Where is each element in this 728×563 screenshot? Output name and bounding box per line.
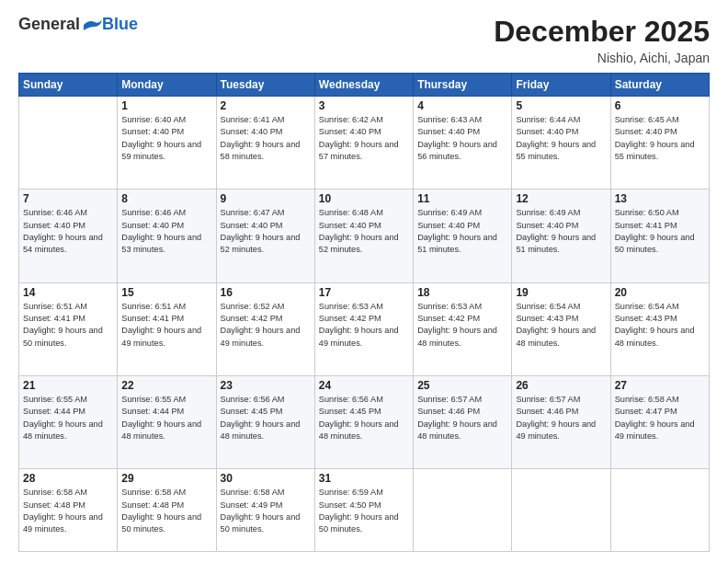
col-header-tuesday: Tuesday — [216, 74, 314, 97]
col-header-monday: Monday — [118, 74, 216, 97]
calendar-cell: 23Sunrise: 6:56 AMSunset: 4:45 PMDayligh… — [216, 375, 314, 468]
col-header-friday: Friday — [512, 74, 610, 97]
day-number: 23 — [221, 379, 311, 392]
calendar-cell: 2Sunrise: 6:41 AMSunset: 4:40 PMDaylight… — [216, 97, 314, 190]
calendar-cell: 28Sunrise: 6:58 AMSunset: 4:48 PMDayligh… — [19, 469, 118, 552]
day-number: 17 — [319, 286, 409, 299]
day-number: 11 — [417, 192, 507, 205]
calendar-cell: 10Sunrise: 6:48 AMSunset: 4:40 PMDayligh… — [314, 190, 413, 282]
cell-details: Sunrise: 6:40 AMSunset: 4:40 PMDaylight:… — [121, 114, 211, 163]
day-number: 29 — [121, 472, 211, 485]
week-row-3: 14Sunrise: 6:51 AMSunset: 4:41 PMDayligh… — [19, 282, 710, 375]
calendar-cell: 14Sunrise: 6:51 AMSunset: 4:41 PMDayligh… — [19, 282, 118, 375]
calendar-cell — [414, 469, 512, 552]
week-row-5: 28Sunrise: 6:58 AMSunset: 4:48 PMDayligh… — [19, 469, 710, 552]
week-row-4: 21Sunrise: 6:55 AMSunset: 4:44 PMDayligh… — [19, 375, 710, 468]
cell-details: Sunrise: 6:47 AMSunset: 4:40 PMDaylight:… — [221, 207, 311, 256]
cell-details: Sunrise: 6:49 AMSunset: 4:40 PMDaylight:… — [417, 207, 507, 256]
cell-details: Sunrise: 6:46 AMSunset: 4:40 PMDaylight:… — [121, 207, 211, 256]
calendar-cell: 21Sunrise: 6:55 AMSunset: 4:44 PMDayligh… — [19, 375, 118, 468]
calendar-cell: 19Sunrise: 6:54 AMSunset: 4:43 PMDayligh… — [512, 282, 610, 375]
week-row-2: 7Sunrise: 6:46 AMSunset: 4:40 PMDaylight… — [19, 190, 710, 282]
month-title: December 2025 — [494, 15, 710, 49]
day-number: 24 — [319, 379, 409, 392]
cell-details: Sunrise: 6:58 AMSunset: 4:48 PMDaylight:… — [121, 487, 211, 535]
day-number: 21 — [23, 379, 113, 392]
day-number: 19 — [516, 286, 606, 299]
cell-details: Sunrise: 6:57 AMSunset: 4:46 PMDaylight:… — [417, 394, 507, 442]
day-number: 12 — [516, 192, 606, 205]
calendar-cell: 30Sunrise: 6:58 AMSunset: 4:49 PMDayligh… — [216, 469, 314, 552]
calendar-header-row: SundayMondayTuesdayWednesdayThursdayFrid… — [19, 74, 710, 97]
cell-details: Sunrise: 6:49 AMSunset: 4:40 PMDaylight:… — [516, 207, 606, 256]
calendar-cell: 22Sunrise: 6:55 AMSunset: 4:44 PMDayligh… — [118, 375, 216, 468]
cell-details: Sunrise: 6:57 AMSunset: 4:46 PMDaylight:… — [516, 394, 606, 442]
cell-details: Sunrise: 6:58 AMSunset: 4:49 PMDaylight:… — [221, 487, 311, 535]
cell-details: Sunrise: 6:55 AMSunset: 4:44 PMDaylight:… — [121, 394, 211, 442]
calendar-cell — [19, 97, 118, 190]
calendar-cell — [610, 469, 709, 552]
day-number: 27 — [615, 379, 705, 392]
calendar-cell: 18Sunrise: 6:53 AMSunset: 4:42 PMDayligh… — [414, 282, 512, 375]
day-number: 5 — [516, 99, 606, 112]
calendar-cell: 26Sunrise: 6:57 AMSunset: 4:46 PMDayligh… — [512, 375, 610, 468]
cell-details: Sunrise: 6:46 AMSunset: 4:40 PMDaylight:… — [23, 207, 113, 256]
cell-details: Sunrise: 6:59 AMSunset: 4:50 PMDaylight:… — [319, 487, 409, 535]
calendar-cell: 9Sunrise: 6:47 AMSunset: 4:40 PMDaylight… — [216, 190, 314, 282]
cell-details: Sunrise: 6:56 AMSunset: 4:45 PMDaylight:… — [319, 394, 409, 442]
calendar-cell: 20Sunrise: 6:54 AMSunset: 4:43 PMDayligh… — [610, 282, 709, 375]
header: General Blue December 2025 Nishio, Aichi… — [18, 15, 710, 65]
day-number: 25 — [417, 379, 507, 392]
day-number: 13 — [615, 192, 705, 205]
day-number: 28 — [23, 472, 113, 485]
calendar-cell: 15Sunrise: 6:51 AMSunset: 4:41 PMDayligh… — [118, 282, 216, 375]
cell-details: Sunrise: 6:55 AMSunset: 4:44 PMDaylight:… — [23, 394, 113, 442]
col-header-sunday: Sunday — [19, 74, 118, 97]
title-block: December 2025 Nishio, Aichi, Japan — [494, 15, 710, 65]
week-row-1: 1Sunrise: 6:40 AMSunset: 4:40 PMDaylight… — [19, 97, 710, 190]
calendar: SundayMondayTuesdayWednesdayThursdayFrid… — [18, 73, 710, 552]
day-number: 20 — [615, 286, 705, 299]
calendar-cell: 27Sunrise: 6:58 AMSunset: 4:47 PMDayligh… — [610, 375, 709, 468]
calendar-cell: 17Sunrise: 6:53 AMSunset: 4:42 PMDayligh… — [314, 282, 413, 375]
logo-blue: Blue — [102, 15, 138, 34]
calendar-cell: 5Sunrise: 6:44 AMSunset: 4:40 PMDaylight… — [512, 97, 610, 190]
cell-details: Sunrise: 6:43 AMSunset: 4:40 PMDaylight:… — [417, 114, 507, 163]
calendar-cell: 31Sunrise: 6:59 AMSunset: 4:50 PMDayligh… — [314, 469, 413, 552]
day-number: 10 — [319, 192, 409, 205]
cell-details: Sunrise: 6:45 AMSunset: 4:40 PMDaylight:… — [615, 114, 705, 163]
day-number: 8 — [121, 192, 211, 205]
day-number: 31 — [319, 472, 409, 485]
day-number: 3 — [319, 99, 409, 112]
cell-details: Sunrise: 6:42 AMSunset: 4:40 PMDaylight:… — [319, 114, 409, 163]
cell-details: Sunrise: 6:54 AMSunset: 4:43 PMDaylight:… — [516, 301, 606, 350]
cell-details: Sunrise: 6:50 AMSunset: 4:41 PMDaylight:… — [615, 207, 705, 256]
col-header-saturday: Saturday — [610, 74, 709, 97]
cell-details: Sunrise: 6:54 AMSunset: 4:43 PMDaylight:… — [615, 301, 705, 350]
cell-details: Sunrise: 6:52 AMSunset: 4:42 PMDaylight:… — [221, 301, 311, 350]
calendar-cell: 3Sunrise: 6:42 AMSunset: 4:40 PMDaylight… — [314, 97, 413, 190]
calendar-cell: 6Sunrise: 6:45 AMSunset: 4:40 PMDaylight… — [610, 97, 709, 190]
day-number: 15 — [121, 286, 211, 299]
cell-details: Sunrise: 6:48 AMSunset: 4:40 PMDaylight:… — [319, 207, 409, 256]
logo-bird-icon — [82, 17, 102, 32]
page: General Blue December 2025 Nishio, Aichi… — [0, 0, 728, 563]
calendar-cell: 25Sunrise: 6:57 AMSunset: 4:46 PMDayligh… — [414, 375, 512, 468]
day-number: 18 — [417, 286, 507, 299]
calendar-cell: 7Sunrise: 6:46 AMSunset: 4:40 PMDaylight… — [19, 190, 118, 282]
day-number: 9 — [221, 192, 311, 205]
cell-details: Sunrise: 6:56 AMSunset: 4:45 PMDaylight:… — [221, 394, 311, 442]
calendar-cell: 29Sunrise: 6:58 AMSunset: 4:48 PMDayligh… — [118, 469, 216, 552]
day-number: 7 — [23, 192, 113, 205]
cell-details: Sunrise: 6:51 AMSunset: 4:41 PMDaylight:… — [23, 301, 113, 350]
day-number: 22 — [121, 379, 211, 392]
calendar-cell: 1Sunrise: 6:40 AMSunset: 4:40 PMDaylight… — [118, 97, 216, 190]
location: Nishio, Aichi, Japan — [494, 51, 710, 65]
calendar-cell: 4Sunrise: 6:43 AMSunset: 4:40 PMDaylight… — [414, 97, 512, 190]
day-number: 6 — [615, 99, 705, 112]
cell-details: Sunrise: 6:58 AMSunset: 4:48 PMDaylight:… — [23, 487, 113, 535]
logo: General Blue — [18, 15, 138, 34]
day-number: 30 — [221, 472, 311, 485]
day-number: 1 — [121, 99, 211, 112]
calendar-cell: 8Sunrise: 6:46 AMSunset: 4:40 PMDaylight… — [118, 190, 216, 282]
